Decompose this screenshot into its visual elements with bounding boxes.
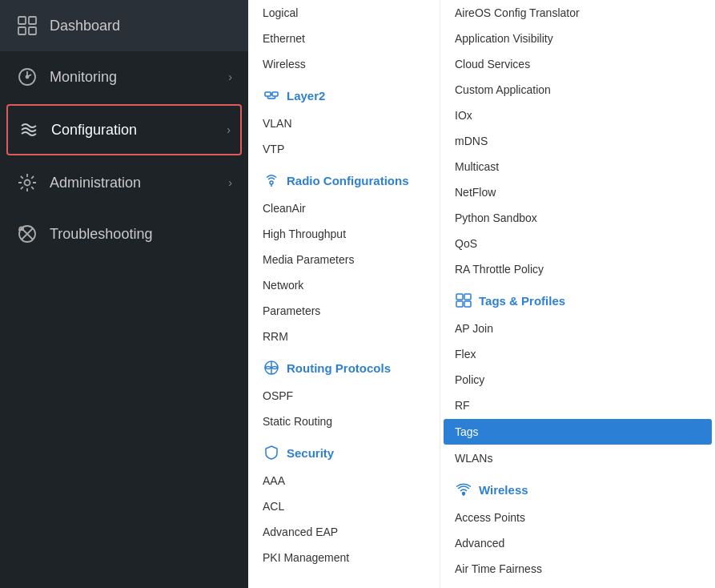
svg-rect-0 (18, 17, 26, 24)
col1-layer2-header[interactable]: Layer2 (248, 77, 440, 111)
col1-network[interactable]: Network (248, 272, 440, 298)
troubleshooting-label: Troubleshooting (50, 226, 152, 243)
configuration-chevron: › (227, 123, 231, 136)
dashboard-icon (16, 14, 38, 37)
svg-point-5 (26, 76, 29, 79)
administration-label: Administration (50, 175, 141, 191)
col2-netflow[interactable]: NetFlow (440, 179, 715, 205)
layer2-icon (263, 87, 280, 104)
col2-rf[interactable]: RF (440, 393, 715, 418)
col2-access-points[interactable]: Access Points (440, 505, 715, 530)
col2: AireOS Config Translator Application Vis… (440, 0, 715, 588)
svg-rect-18 (456, 294, 463, 300)
monitoring-icon (16, 66, 38, 88)
radio-icon (263, 171, 280, 189)
col2-cloud-services[interactable]: Cloud Services (440, 51, 715, 77)
col1-acl[interactable]: ACL (248, 493, 440, 519)
sidebar-item-dashboard[interactable]: Dashboard (0, 0, 248, 51)
col1-routing-header[interactable]: Routing Protocols (248, 349, 440, 383)
svg-rect-8 (265, 92, 271, 96)
col2-multicast[interactable]: Multicast (440, 154, 715, 179)
col2-wlans[interactable]: WLANs (440, 445, 715, 471)
col2-tags-profiles-header[interactable]: Tags & Profiles (440, 282, 715, 316)
col1-media-parameters[interactable]: Media Parameters (248, 247, 440, 272)
main-content: Logical Ethernet Wireless Layer2 VLAN VT… (248, 0, 715, 588)
col2-mdns[interactable]: mDNS (440, 128, 715, 154)
col1-parameters[interactable]: Parameters (248, 298, 440, 324)
svg-rect-20 (456, 301, 463, 307)
svg-rect-1 (29, 17, 36, 24)
svg-rect-19 (464, 294, 471, 300)
col2-qos[interactable]: QoS (440, 231, 715, 256)
col2-wireless-header[interactable]: Wireless (440, 471, 715, 505)
sidebar: Dashboard Monitoring › Configuration › (0, 0, 248, 588)
col2-iox[interactable]: IOx (440, 103, 715, 128)
col1-cleanair[interactable]: CleanAir (248, 195, 440, 221)
monitoring-label: Monitoring (50, 69, 117, 86)
wireless-icon (455, 481, 472, 498)
col1: Logical Ethernet Wireless Layer2 VLAN VT… (248, 0, 440, 588)
col1-ethernet[interactable]: Ethernet (248, 26, 440, 51)
col2-air-time-fairness[interactable]: Air Time Fairness (440, 556, 715, 582)
col2-policy[interactable]: Policy (440, 367, 715, 393)
col1-rrm[interactable]: RRM (248, 324, 440, 349)
sidebar-item-monitoring[interactable]: Monitoring › (0, 51, 248, 103)
col1-static-routing[interactable]: Static Routing (248, 409, 440, 434)
svg-point-22 (463, 493, 465, 495)
svg-point-6 (25, 180, 30, 186)
administration-chevron: › (228, 176, 232, 189)
monitoring-chevron: › (228, 70, 232, 83)
troubleshooting-icon (16, 223, 38, 245)
svg-rect-3 (29, 27, 36, 34)
col2-app-visibility[interactable]: Application Visibility (440, 26, 715, 51)
sidebar-item-configuration[interactable]: Configuration › (6, 104, 242, 155)
col1-high-throughput[interactable]: High Throughput (248, 221, 440, 247)
col2-custom-app[interactable]: Custom Application (440, 77, 715, 103)
col1-radio-header[interactable]: Radio Configurations (248, 162, 440, 195)
col2-ap-join[interactable]: AP Join (440, 316, 715, 341)
col1-vlan[interactable]: VLAN (248, 111, 440, 136)
administration-icon (16, 171, 38, 194)
svg-rect-21 (464, 301, 471, 307)
col2-aireos[interactable]: AireOS Config Translator (440, 0, 715, 26)
col2-python-sandbox[interactable]: Python Sandbox (440, 205, 715, 231)
col1-pki-management[interactable]: PKI Management (248, 545, 440, 570)
routing-icon (263, 359, 280, 377)
svg-rect-9 (272, 92, 278, 96)
col1-logical[interactable]: Logical (248, 0, 440, 26)
tags-icon (455, 292, 472, 309)
col1-vtp[interactable]: VTP (248, 136, 440, 162)
col1-security-header[interactable]: Security (248, 434, 440, 468)
security-icon (263, 444, 280, 461)
dashboard-label: Dashboard (50, 18, 120, 34)
col1-wireless[interactable]: Wireless (248, 51, 440, 77)
col2-tags[interactable]: Tags (444, 419, 712, 445)
sidebar-item-administration[interactable]: Administration › (0, 157, 248, 208)
sidebar-item-troubleshooting[interactable]: Troubleshooting (0, 208, 248, 260)
col1-aaa[interactable]: AAA (248, 468, 440, 493)
col1-advanced-eap[interactable]: Advanced EAP (248, 519, 440, 545)
svg-rect-2 (18, 27, 26, 34)
col2-ra-throttle[interactable]: RA Throttle Policy (440, 256, 715, 282)
configuration-icon (18, 119, 40, 141)
configuration-label: Configuration (51, 122, 137, 139)
col2-flex[interactable]: Flex (440, 341, 715, 367)
svg-point-14 (270, 181, 273, 184)
col1-ospf[interactable]: OSPF (248, 383, 440, 409)
col2-advanced[interactable]: Advanced (440, 530, 715, 556)
